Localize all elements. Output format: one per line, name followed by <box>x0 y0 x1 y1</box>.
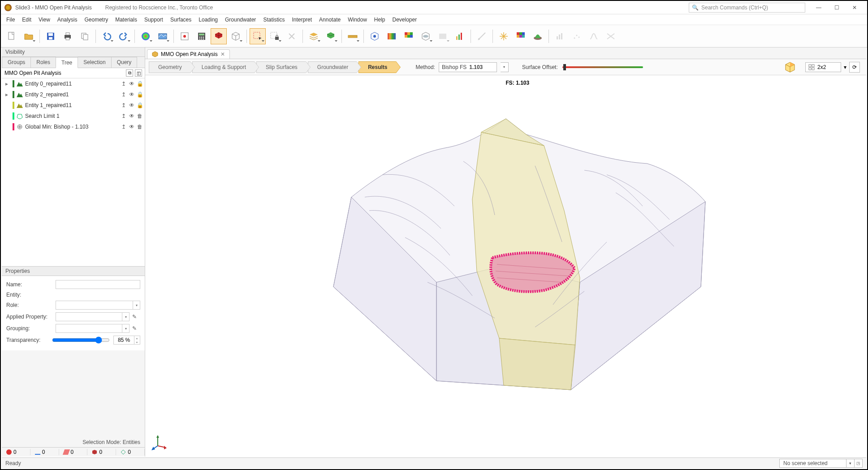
menu-support[interactable]: Support <box>141 15 167 24</box>
lock-icon[interactable]: 🔒 <box>137 91 143 98</box>
scene-popup-button[interactable]: ◳ <box>855 459 863 468</box>
name-input[interactable] <box>56 280 140 289</box>
isosurface-button[interactable] <box>418 28 434 44</box>
arrow-up-icon[interactable]: ↥ <box>121 102 127 108</box>
eye-icon[interactable]: 👁 <box>129 91 135 98</box>
arrow-up-icon[interactable]: ↥ <box>121 124 127 130</box>
new-file-button[interactable] <box>4 28 20 44</box>
chevron-down-icon[interactable]: ▾ <box>501 62 509 72</box>
delete-selection-button[interactable] <box>284 28 300 44</box>
heatmap-button[interactable] <box>401 28 417 44</box>
menu-loading[interactable]: Loading <box>195 15 221 24</box>
workflow-step-groundwater[interactable]: Groundwater <box>308 61 357 73</box>
maximize-button[interactable]: ☐ <box>828 1 846 14</box>
expander-icon[interactable]: ▸ <box>5 81 11 87</box>
scene-select[interactable]: No scene selected <box>779 459 846 468</box>
edit-icon[interactable]: ✎ <box>132 314 140 320</box>
chart-button[interactable] <box>452 28 468 44</box>
visibility-tree[interactable]: ▸ Entity 0_repaired11 ↥ 👁 🔒 ▸ Entity 2_r… <box>2 78 145 267</box>
menu-interpret[interactable]: Interpret <box>288 15 315 24</box>
viewport-layout-select[interactable]: 2x2 <box>805 62 841 72</box>
menu-help[interactable]: Help <box>371 15 389 24</box>
tree-collapse-icon[interactable]: ⧉ <box>126 69 133 77</box>
open-file-button[interactable] <box>21 28 37 44</box>
close-tab-icon[interactable]: ✕ <box>220 51 225 57</box>
slider-thumb-icon[interactable] <box>563 64 566 70</box>
search-commands-input[interactable]: 🔍 Search Commands (Ctrl+Q) <box>689 3 805 13</box>
arrow-up-icon[interactable]: ↥ <box>121 113 127 119</box>
tree-item-entity1[interactable]: ▸ Entity 1_repaired11 ↥ 👁 🔒 <box>2 100 145 111</box>
eye-icon[interactable]: 👁 <box>129 81 135 87</box>
grouping-select[interactable] <box>56 324 122 333</box>
close-button[interactable]: ✕ <box>846 1 864 14</box>
tab-groups[interactable]: Groups <box>2 57 31 68</box>
menu-view[interactable]: View <box>35 15 54 24</box>
minimize-button[interactable]: — <box>810 1 828 14</box>
menu-file[interactable]: File <box>3 15 18 24</box>
workflow-step-loading[interactable]: Loading & Support <box>192 61 255 73</box>
refresh-viewport-button[interactable]: ⟳ <box>849 62 860 73</box>
chevron-down-icon[interactable]: ▾ <box>122 312 130 321</box>
tab-selection[interactable]: Selection <box>78 57 111 68</box>
chevron-down-icon[interactable]: ▾ <box>122 324 130 333</box>
menu-geometry[interactable]: Geometry <box>81 15 112 24</box>
wireframe-cube-button[interactable] <box>228 28 244 44</box>
menu-edit[interactable]: Edit <box>18 15 35 24</box>
select-mode-button[interactable] <box>250 28 266 44</box>
undo-button[interactable] <box>99 28 115 44</box>
eye-icon[interactable]: 👁 <box>129 113 135 119</box>
eye-icon[interactable]: 👁 <box>129 102 135 108</box>
tab-query[interactable]: Query <box>111 57 138 68</box>
menu-analysis[interactable]: Analysis <box>54 15 81 24</box>
terrain-button[interactable] <box>323 28 339 44</box>
role-select[interactable] <box>56 301 133 310</box>
trash-icon[interactable]: 🗑 <box>137 113 143 119</box>
surface-offset-slider[interactable] <box>562 66 643 68</box>
lock-icon[interactable]: 🔒 <box>137 81 143 87</box>
applied-property-select[interactable] <box>56 312 122 321</box>
tab-tree[interactable]: Tree <box>56 57 78 68</box>
chevron-down-icon[interactable]: ▾ <box>846 459 855 468</box>
copy-button[interactable] <box>77 28 93 44</box>
measure-button[interactable] <box>345 28 361 44</box>
tab-roles[interactable]: Roles <box>30 57 56 68</box>
section-button[interactable] <box>435 28 451 44</box>
tool-a-button[interactable] <box>474 28 490 44</box>
print-button[interactable] <box>60 28 76 44</box>
trash-icon[interactable]: 🗑 <box>137 124 143 130</box>
redo-button[interactable] <box>116 28 132 44</box>
arrow-up-icon[interactable]: ↥ <box>121 91 127 98</box>
layers-button[interactable] <box>306 28 322 44</box>
menu-developer[interactable]: Developer <box>389 15 421 24</box>
menu-statistics[interactable]: Statistics <box>259 15 288 24</box>
results-mode-button[interactable] <box>211 28 227 44</box>
menu-surfaces[interactable]: Surfaces <box>167 15 195 24</box>
3d-viewport[interactable]: FS: 1.103 <box>145 75 866 457</box>
menu-groundwater[interactable]: Groundwater <box>221 15 259 24</box>
save-button[interactable] <box>43 28 59 44</box>
palette-button[interactable] <box>513 28 529 44</box>
project-settings-button[interactable] <box>177 28 193 44</box>
document-tab-active[interactable]: MMO Open Pit Analysis ✕ <box>147 49 230 59</box>
axis-gizmo-icon[interactable] <box>151 434 168 450</box>
graph-4-button[interactable] <box>603 28 619 44</box>
tree-expand-icon[interactable]: ◫ <box>135 69 142 77</box>
graph-3-button[interactable] <box>586 28 602 44</box>
edit-icon[interactable]: ✎ <box>132 325 140 332</box>
terrain-2-button[interactable] <box>530 28 546 44</box>
tree-item-global-min[interactable]: ▸ Global Min: Bishop - 1.103 ↥ 👁 🗑 <box>2 121 145 132</box>
eye-icon[interactable]: 👁 <box>129 124 135 130</box>
workflow-step-results[interactable]: Results <box>358 61 396 73</box>
materials-button[interactable] <box>138 28 154 44</box>
graph-1-button[interactable] <box>552 28 568 44</box>
menu-window[interactable]: Window <box>344 15 371 24</box>
compute-button[interactable] <box>194 28 210 44</box>
graph-2-button[interactable] <box>569 28 585 44</box>
tree-item-entity2[interactable]: ▸ Entity 2_repaired1 ↥ 👁 🔒 <box>2 89 145 100</box>
transparency-value[interactable]: 85 % <box>113 336 134 345</box>
workflow-step-geometry[interactable]: Geometry <box>149 61 190 73</box>
transparency-spinner[interactable]: ▴▾ <box>134 336 140 345</box>
display-mode-button[interactable] <box>155 28 171 44</box>
transparency-slider[interactable] <box>52 336 110 344</box>
lock-icon[interactable]: 🔒 <box>137 102 143 108</box>
